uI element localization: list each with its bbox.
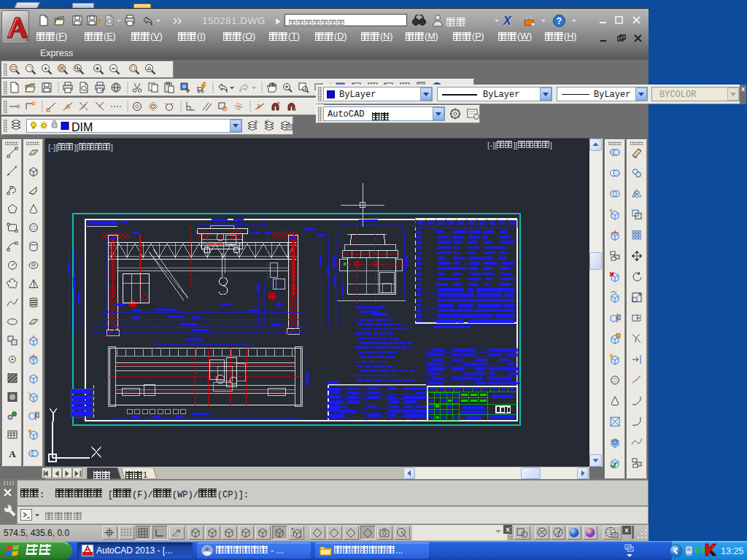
svg-text:?: ? [557,16,562,26]
svg-text:A: A [9,448,16,459]
